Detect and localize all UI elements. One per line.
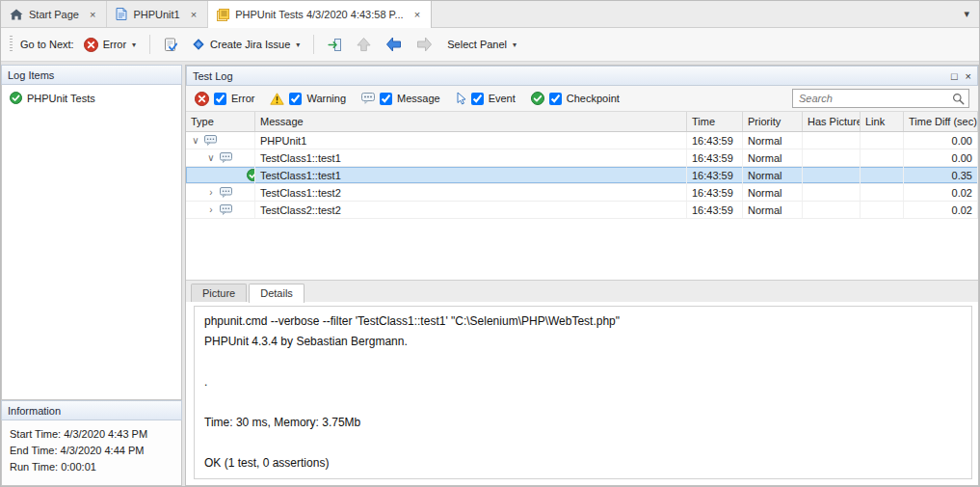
- message-cell[interactable]: TestClass1::test1: [255, 149, 687, 166]
- filter-message-label: Message: [397, 93, 440, 104]
- filter-checkpoint-checkbox[interactable]: [549, 93, 562, 105]
- event-cursor-icon: [456, 92, 466, 105]
- tab-label: Start Page: [29, 9, 79, 20]
- start-time-text: Start Time: 4/3/2020 4:43 PM: [10, 426, 173, 443]
- time-diff-cell: 0.02: [904, 184, 978, 201]
- type-cell: ›: [186, 202, 255, 218]
- table-empty-area: [186, 219, 978, 280]
- chevron-down-icon: ▾: [296, 41, 300, 49]
- log-items-header: Log Items: [1, 65, 182, 85]
- message-icon: [220, 187, 232, 198]
- tab-phpunit1[interactable]: PHPUnit1 ×: [107, 1, 208, 27]
- testcomplete-log-window: Start Page × PHPUnit1 × PHPUnit Tests 4/…: [0, 0, 980, 487]
- warning-icon: [270, 93, 284, 105]
- link-cell: [861, 132, 904, 149]
- tab-close-icon[interactable]: ×: [88, 9, 97, 20]
- go-to-next-label: Go to Next:: [20, 39, 74, 50]
- up-one-level-button[interactable]: [352, 33, 376, 56]
- log-items-title: Log Items: [8, 69, 54, 81]
- details-text[interactable]: phpunit.cmd --verbose --filter 'TestClas…: [194, 306, 972, 479]
- close-panel-icon[interactable]: ×: [966, 70, 971, 82]
- unit-icon: [116, 8, 127, 20]
- maximize-panel-icon[interactable]: □: [951, 70, 958, 82]
- next-result-button[interactable]: [411, 33, 437, 56]
- end-time-text: End Time: 4/3/2020 4:44 PM: [10, 443, 173, 459]
- filter-error: Error: [195, 92, 254, 106]
- filter-warning: Warning: [270, 93, 346, 105]
- arrow-up-icon: [357, 37, 371, 52]
- tab-picture[interactable]: Picture: [191, 284, 247, 302]
- tab-close-icon[interactable]: ×: [412, 9, 422, 20]
- filter-error-checkbox[interactable]: [214, 93, 226, 105]
- message-icon: [204, 135, 217, 146]
- time-diff-cell: 0.00: [904, 149, 978, 166]
- link-cell: [861, 202, 904, 218]
- filter-message-checkbox[interactable]: [380, 93, 392, 105]
- content-area: Log Items PHPUnit Tests Information Star…: [1, 62, 979, 486]
- column-header-time[interactable]: Time: [687, 112, 743, 131]
- column-header-type[interactable]: Type: [186, 112, 255, 131]
- filter-event-checkbox[interactable]: [471, 93, 484, 105]
- time-cell: 16:43:59: [687, 149, 743, 166]
- information-box: Start Time: 4/3/2020 4:43 PM End Time: 4…: [1, 420, 182, 486]
- checkpoint-icon: [531, 92, 544, 105]
- tab-details[interactable]: Details: [249, 284, 305, 303]
- tab-phpunit-tests-log[interactable]: PHPUnit Tests 4/3/2020 4:43:58 P... ×: [208, 1, 432, 28]
- post-results-button[interactable]: [159, 34, 182, 56]
- time-cell: 16:43:59: [687, 184, 743, 201]
- expand-arrow-icon[interactable]: ›: [206, 204, 216, 215]
- has-picture-cell: [803, 149, 861, 166]
- test-log-title: Test Log: [193, 70, 233, 82]
- table-row[interactable]: › TestClass1::test2 16:43:59 Normal 0.02: [186, 184, 978, 202]
- column-header-link[interactable]: Link: [861, 112, 904, 131]
- toolbar-separator: [149, 35, 150, 54]
- search-icon[interactable]: [952, 93, 965, 105]
- chevron-down-icon: ▾: [513, 41, 516, 49]
- priority-cell: Normal: [743, 132, 803, 149]
- success-check-icon: [10, 92, 22, 104]
- message-cell[interactable]: TestClass1::test2: [255, 184, 687, 201]
- table-row[interactable]: ∨ TestClass1::test1 16:43:59 Normal 0.00: [186, 149, 978, 167]
- details-pane: phpunit.cmd --verbose --filter 'TestClas…: [186, 302, 978, 485]
- column-header-time-diff[interactable]: Time Diff (sec): [904, 112, 978, 131]
- tab-close-icon[interactable]: ×: [189, 9, 199, 20]
- filter-warning-checkbox[interactable]: [289, 93, 302, 105]
- column-header-priority[interactable]: Priority: [743, 112, 803, 131]
- expand-arrow-icon[interactable]: ∨: [206, 152, 216, 163]
- type-cell: [186, 167, 255, 183]
- log-icon: [217, 9, 229, 21]
- checkpoint-icon: [247, 169, 255, 181]
- jira-diamond-icon: [192, 38, 205, 51]
- select-panel-label: Select Panel: [447, 39, 507, 50]
- home-icon: [10, 9, 23, 20]
- message-cell[interactable]: TestClass2::test2: [255, 202, 687, 218]
- tree-item-phpunit-tests[interactable]: PHPUnit Tests: [5, 90, 178, 106]
- previous-result-button[interactable]: [381, 33, 407, 56]
- column-header-has-picture[interactable]: Has Picture: [803, 112, 861, 131]
- tab-overflow-button[interactable]: ▾: [954, 1, 979, 27]
- jump-to-test-button[interactable]: [323, 34, 347, 56]
- time-diff-cell: 0.35: [904, 167, 978, 183]
- toolbar-grip[interactable]: [10, 36, 13, 53]
- tab-label: PHPUnit Tests 4/3/2020 4:43:58 P...: [235, 9, 404, 20]
- go-to-next-error-button[interactable]: Error ▾: [79, 34, 141, 56]
- table-row-selected[interactable]: TestClass1::test1 16:43:59 Normal 0.35: [186, 167, 978, 184]
- table-row[interactable]: › TestClass2::test2 16:43:59 Normal 0.02: [186, 202, 978, 219]
- detail-tab-bar: Picture Details: [186, 280, 978, 302]
- message-cell[interactable]: PHPUnit1: [255, 132, 687, 149]
- time-cell: 16:43:59: [687, 132, 743, 149]
- expand-arrow-icon[interactable]: ∨: [191, 135, 200, 146]
- has-picture-cell: [803, 132, 861, 149]
- message-cell[interactable]: TestClass1::test1: [255, 167, 687, 183]
- column-header-message[interactable]: Message: [255, 112, 687, 131]
- log-items-tree: PHPUnit Tests: [1, 85, 182, 400]
- select-panel-button[interactable]: Select Panel ▾: [442, 35, 521, 54]
- table-row[interactable]: ∨ PHPUnit1 16:43:59 Normal 0.00: [186, 132, 978, 149]
- create-jira-issue-button[interactable]: Create Jira Issue ▾: [187, 34, 305, 55]
- message-icon: [361, 93, 375, 104]
- filter-bar: Error Warning Message: [186, 86, 978, 112]
- expand-arrow-icon[interactable]: ›: [206, 187, 216, 198]
- search-input[interactable]: [792, 89, 969, 108]
- test-log-header: Test Log □ ×: [186, 66, 978, 86]
- tab-start-page[interactable]: Start Page ×: [1, 1, 107, 27]
